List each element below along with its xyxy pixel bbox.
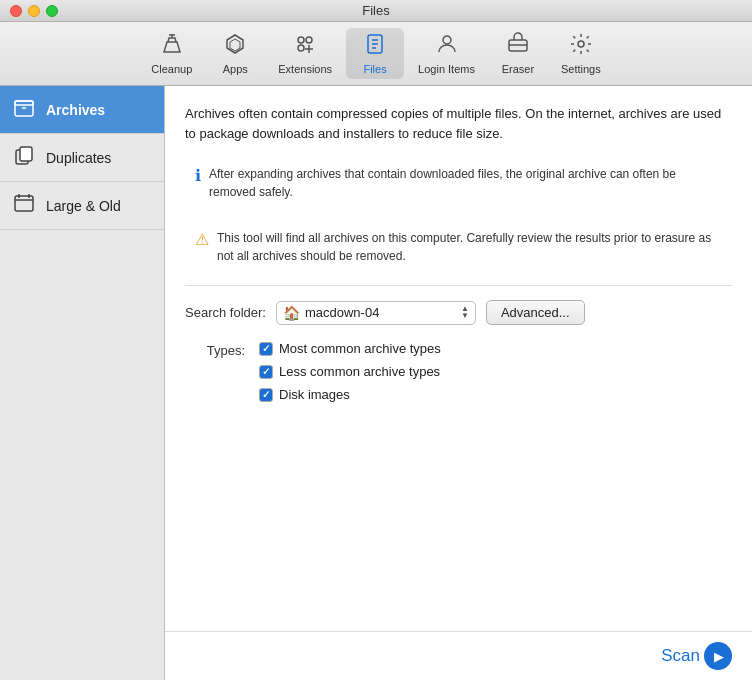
checkbox-most-common-label: Most common archive types <box>279 341 441 356</box>
types-label: Types: <box>185 341 245 358</box>
sidebar-item-archives[interactable]: Archives <box>0 86 164 134</box>
content-body: Archives often contain compressed copies… <box>165 86 752 631</box>
svg-marker-2 <box>227 35 243 53</box>
sidebar: Archives Duplicates Large & <box>0 86 165 680</box>
svg-rect-21 <box>20 147 32 161</box>
svg-point-6 <box>298 45 304 51</box>
toolbar-label-eraser: Eraser <box>502 63 534 75</box>
login-items-icon <box>435 32 459 60</box>
search-folder-row: Search folder: 🏠 macdown-04 ▲ ▼ Advanced… <box>185 300 732 325</box>
duplicates-icon <box>12 144 36 171</box>
toolbar-item-settings[interactable]: Settings <box>551 28 611 79</box>
check-icon-less-common: ✓ <box>262 367 270 377</box>
sidebar-item-duplicates[interactable]: Duplicates <box>0 134 164 182</box>
large-old-icon <box>12 192 36 219</box>
sidebar-duplicates-label: Duplicates <box>46 150 111 166</box>
toolbar-item-extensions[interactable]: Extensions <box>268 28 342 79</box>
description-text: Archives often contain compressed copies… <box>185 104 732 143</box>
window-title: Files <box>362 3 389 18</box>
toolbar-label-files: Files <box>363 63 386 75</box>
toolbar-item-login-items[interactable]: Login Items <box>408 28 485 79</box>
files-icon <box>363 32 387 60</box>
toolbar-item-eraser[interactable]: Eraser <box>489 28 547 79</box>
search-folder-label: Search folder: <box>185 305 266 320</box>
svg-marker-3 <box>230 39 240 51</box>
scan-label: Scan <box>661 646 700 666</box>
close-button[interactable] <box>10 5 22 17</box>
apps-icon <box>223 32 247 60</box>
checkbox-disk-images-box[interactable]: ✓ <box>259 388 273 402</box>
sidebar-item-large-old[interactable]: Large & Old <box>0 182 164 230</box>
toolbar-label-extensions: Extensions <box>278 63 332 75</box>
folder-select[interactable]: 🏠 macdown-04 ▲ ▼ <box>276 301 476 325</box>
warning-box: ⚠ This tool will find all archives on th… <box>185 221 732 273</box>
toolbar-item-cleanup[interactable]: Cleanup <box>141 28 202 79</box>
types-checkboxes: ✓ Most common archive types ✓ Less commo… <box>259 341 441 402</box>
info-message: After expanding archives that contain do… <box>209 165 722 201</box>
checkbox-less-common-box[interactable]: ✓ <box>259 365 273 379</box>
checkbox-less-common-label: Less common archive types <box>279 364 440 379</box>
folder-select-arrows: ▲ ▼ <box>461 306 469 319</box>
checkbox-most-common[interactable]: ✓ Most common archive types <box>259 341 441 356</box>
content-footer: Scan ▶ <box>165 631 752 680</box>
minimize-button[interactable] <box>28 5 40 17</box>
settings-icon <box>569 32 593 60</box>
content-area: Archives often contain compressed copies… <box>165 86 752 680</box>
main-area: Archives Duplicates Large & <box>0 86 752 680</box>
toolbar-item-files[interactable]: Files <box>346 28 404 79</box>
toolbar-label-settings: Settings <box>561 63 601 75</box>
svg-point-5 <box>306 37 312 43</box>
cleanup-icon <box>160 32 184 60</box>
checkbox-less-common[interactable]: ✓ Less common archive types <box>259 364 441 379</box>
advanced-button[interactable]: Advanced... <box>486 300 585 325</box>
folder-home-icon: 🏠 <box>283 305 300 321</box>
warning-message: This tool will find all archives on this… <box>217 229 722 265</box>
svg-rect-18 <box>15 101 33 105</box>
checkbox-disk-images[interactable]: ✓ Disk images <box>259 387 441 402</box>
titlebar: Files <box>0 0 752 22</box>
svg-point-13 <box>443 36 451 44</box>
svg-point-4 <box>298 37 304 43</box>
play-icon: ▶ <box>714 649 724 664</box>
svg-point-16 <box>578 41 584 47</box>
warning-icon: ⚠ <box>195 230 209 249</box>
scan-play-button[interactable]: ▶ <box>704 642 732 670</box>
check-icon-disk-images: ✓ <box>262 390 270 400</box>
toolbar-label-login-items: Login Items <box>418 63 475 75</box>
info-icon: ℹ <box>195 166 201 185</box>
sidebar-large-old-label: Large & Old <box>46 198 121 214</box>
checkbox-disk-images-label: Disk images <box>279 387 350 402</box>
toolbar-item-apps[interactable]: Apps <box>206 28 264 79</box>
maximize-button[interactable] <box>46 5 58 17</box>
types-row: Types: ✓ Most common archive types ✓ <box>185 341 732 402</box>
folder-select-value: macdown-04 <box>305 305 457 320</box>
check-icon-most-common: ✓ <box>262 344 270 354</box>
toolbar-label-apps: Apps <box>223 63 248 75</box>
info-box: ℹ After expanding archives that contain … <box>185 157 732 209</box>
checkbox-most-common-box[interactable]: ✓ <box>259 342 273 356</box>
traffic-lights <box>10 5 58 17</box>
eraser-icon <box>506 32 530 60</box>
svg-rect-22 <box>15 196 33 211</box>
toolbar-label-cleanup: Cleanup <box>151 63 192 75</box>
archives-icon <box>12 96 36 123</box>
toolbar: Cleanup Apps Extensions <box>0 22 752 86</box>
scan-button[interactable]: Scan ▶ <box>661 642 732 670</box>
sidebar-archives-label: Archives <box>46 102 105 118</box>
extensions-icon <box>293 32 317 60</box>
divider <box>185 285 732 286</box>
